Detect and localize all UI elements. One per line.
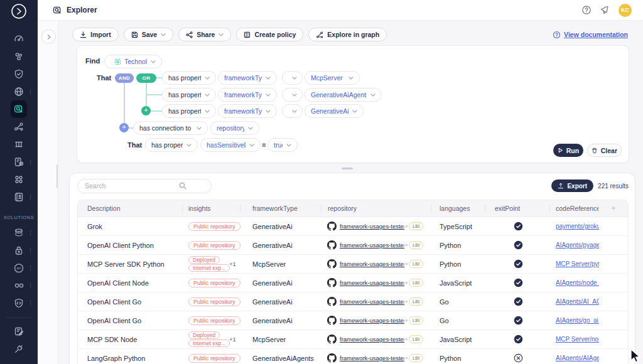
panel-resize-handle[interactable] bbox=[342, 168, 353, 169]
sidebar-item-inventory[interactable] bbox=[11, 48, 27, 65]
user-avatar[interactable]: KC bbox=[619, 4, 632, 17]
repository-link[interactable]: framework-usages-tester (... bbox=[340, 336, 404, 343]
share-button[interactable]: Share bbox=[178, 28, 231, 41]
sidebar-item-notes[interactable] bbox=[11, 323, 27, 340]
sidebar-item-data-security[interactable]: ⋮ bbox=[11, 224, 27, 242]
add-or-condition-button[interactable]: + bbox=[141, 106, 151, 115]
sidebar-item-integrations[interactable] bbox=[11, 340, 27, 358]
column-header-codereferences[interactable]: codeReferences bbox=[550, 200, 599, 217]
value-select[interactable]: true bbox=[267, 138, 298, 152]
entity-select[interactable]: Technologies bbox=[104, 55, 162, 68]
value-select[interactable]: GenerativeAi bbox=[305, 104, 364, 118]
code-reference-link[interactable]: AIAgents/go_ai_ag bbox=[556, 317, 599, 324]
connection-target-select[interactable]: repository bbox=[210, 121, 259, 135]
condition-operator-select[interactable]: has property bbox=[162, 88, 216, 102]
sidebar-item-ci-cd[interactable]: ⋮ bbox=[11, 277, 27, 294]
code-reference-link[interactable]: AIAgents/AIAgentT bbox=[556, 355, 599, 361]
repository-link[interactable]: framework-usages-tester (... bbox=[340, 298, 404, 305]
sidebar-item-api-security[interactable]: API ⋮ bbox=[11, 259, 27, 277]
property-select[interactable]: frameworkType bbox=[218, 104, 277, 118]
create-policy-button[interactable]: Create policy bbox=[236, 28, 303, 41]
cell-framework-type: GenerativeAi bbox=[240, 217, 322, 235]
export-button[interactable]: Export bbox=[551, 179, 593, 192]
expand-panel-button[interactable] bbox=[41, 29, 56, 44]
table-row[interactable]: OpenAI Client Go Public repository Gener… bbox=[78, 292, 628, 311]
table-row[interactable]: LangGraph Python Public repository Gener… bbox=[78, 349, 628, 364]
run-query-button[interactable]: Run bbox=[553, 144, 583, 157]
announcements-icon[interactable] bbox=[600, 5, 610, 15]
comparator-select[interactable]: = bbox=[282, 88, 303, 102]
property-select[interactable]: frameworkType bbox=[218, 88, 277, 102]
sidebar-item-posture[interactable] bbox=[11, 65, 27, 83]
code-reference-link[interactable]: payments/grokurl.ts bbox=[556, 223, 599, 230]
cell-languages: Python bbox=[431, 349, 485, 364]
insights-more-badge[interactable]: +1 bbox=[229, 260, 236, 267]
condition-operator-select[interactable]: has property bbox=[145, 138, 198, 152]
value-select[interactable]: GenerativeAiAgents bbox=[305, 88, 382, 102]
item-menu-dots[interactable]: ⋮ bbox=[28, 159, 33, 165]
column-header-frameworktype[interactable]: frameworkType bbox=[240, 200, 322, 217]
sidebar-item-catalog[interactable]: ⋮ bbox=[11, 188, 27, 206]
search-input[interactable] bbox=[77, 179, 212, 193]
sidebar-item-internet-exposure[interactable]: ⋮ bbox=[11, 83, 27, 100]
sidebar-item-explorer[interactable] bbox=[11, 100, 27, 118]
item-menu-dots[interactable]: ⋮ bbox=[28, 230, 33, 236]
comparator-select[interactable]: = bbox=[282, 104, 303, 118]
table-row[interactable]: Grok Public repository GenerativeAi fram… bbox=[78, 217, 628, 236]
sidebar-item-environments[interactable] bbox=[11, 136, 27, 153]
repository-link[interactable]: framework-usages-tester (... bbox=[340, 223, 404, 230]
code-reference-link[interactable]: AIAgents/node_age bbox=[556, 279, 599, 286]
item-menu-dots[interactable]: ⋮ bbox=[28, 283, 33, 289]
sidebar-item-appsec[interactable]: ⋮ bbox=[11, 294, 27, 312]
explore-in-graph-button[interactable]: Explore in graph bbox=[308, 28, 387, 41]
or-operator-pill[interactable]: OR bbox=[136, 73, 156, 83]
table-row[interactable]: OpenAI Client Python Public repository G… bbox=[78, 236, 628, 255]
add-and-condition-button[interactable]: + bbox=[119, 123, 129, 132]
import-button[interactable]: Import bbox=[72, 28, 119, 41]
item-menu-dots[interactable]: ⋮ bbox=[28, 301, 33, 306]
repository-link[interactable]: framework-usages-tester (... bbox=[340, 279, 404, 286]
add-column-button[interactable]: + bbox=[599, 200, 628, 217]
column-header-insights[interactable]: insights bbox=[183, 200, 240, 217]
item-menu-dots[interactable]: ⋮ bbox=[28, 195, 33, 200]
code-reference-link[interactable]: MCP Server/node.js bbox=[556, 336, 599, 343]
property-select[interactable]: hasSensitiveData bbox=[200, 138, 261, 152]
condition-operator-select[interactable]: has property bbox=[162, 104, 216, 118]
connection-operator-select[interactable]: has connection to bbox=[133, 121, 208, 135]
item-menu-dots[interactable]: ⋮ bbox=[28, 265, 33, 271]
table-row[interactable]: OpenAI Client Go Public repository Gener… bbox=[78, 311, 628, 330]
property-select[interactable]: frameworkType bbox=[218, 71, 277, 85]
table-row[interactable]: OpenAI Client Node Public repository Gen… bbox=[78, 274, 628, 292]
column-header-languages[interactable]: languages bbox=[431, 200, 485, 217]
column-header-repository[interactable]: repository bbox=[322, 200, 431, 217]
column-header-exitpoint[interactable]: exitPoint bbox=[485, 200, 550, 217]
code-reference-link[interactable]: AIAgents/AI_AGEN bbox=[556, 298, 599, 305]
column-header-description[interactable]: Description bbox=[78, 200, 183, 217]
view-documentation-link[interactable]: View documentation bbox=[553, 31, 628, 39]
repository-link[interactable]: framework-usages-tester (... bbox=[340, 355, 404, 361]
code-reference-link[interactable]: AIAgents/pyagent.py bbox=[556, 242, 599, 249]
item-menu-dots[interactable]: ⋮ bbox=[28, 248, 33, 254]
insights-more-badge[interactable]: +1 bbox=[229, 336, 236, 343]
save-button[interactable]: Save bbox=[124, 28, 174, 41]
clear-query-button[interactable]: Clear bbox=[587, 144, 622, 157]
item-menu-dots[interactable]: ⋮ bbox=[28, 89, 33, 95]
table-row[interactable]: MCP SDK Node DeployedInternet exp... +1 … bbox=[78, 330, 628, 349]
scrollbar-thumb[interactable] bbox=[57, 164, 58, 188]
code-reference-link[interactable]: MCP Server/python bbox=[556, 260, 599, 267]
sidebar-item-graph[interactable] bbox=[11, 118, 27, 136]
help-icon[interactable] bbox=[581, 5, 592, 15]
condition-operator-select[interactable]: has property bbox=[162, 71, 216, 85]
sidebar-item-policies[interactable]: ⋮ bbox=[11, 153, 27, 171]
sidebar-item-secrets[interactable]: ⋮ bbox=[11, 242, 27, 259]
sidebar-item-community[interactable] bbox=[11, 171, 27, 188]
value-select[interactable]: McpServer bbox=[305, 71, 360, 85]
app-logo-icon[interactable] bbox=[11, 3, 27, 19]
sidebar-item-dashboard[interactable] bbox=[11, 30, 27, 48]
and-operator-pill[interactable]: AND bbox=[115, 73, 134, 83]
repository-link[interactable]: framework-usages-tester (... bbox=[340, 242, 404, 249]
comparator-select[interactable]: = bbox=[282, 71, 303, 85]
repository-link[interactable]: framework-usages-tester (... bbox=[340, 317, 404, 324]
table-row[interactable]: MCP Server SDK Python DeployedInternet e… bbox=[78, 255, 628, 274]
repository-link[interactable]: framework-usages-tester (... bbox=[340, 260, 404, 267]
